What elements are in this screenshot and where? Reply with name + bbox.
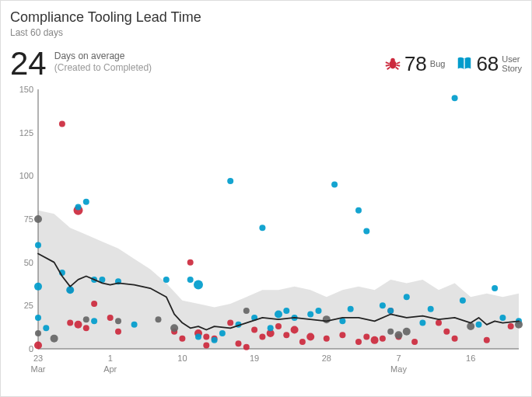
svg-point-37 xyxy=(115,329,121,335)
svg-point-36 xyxy=(107,315,114,321)
svg-point-72 xyxy=(35,315,41,321)
svg-point-111 xyxy=(476,322,482,328)
average-line2: (Created to Completed) xyxy=(54,62,152,75)
book-icon xyxy=(456,55,473,72)
svg-point-115 xyxy=(34,215,42,223)
svg-point-53 xyxy=(291,326,299,333)
svg-point-64 xyxy=(411,339,418,345)
svg-point-124 xyxy=(387,329,394,335)
svg-point-102 xyxy=(355,207,362,214)
svg-point-104 xyxy=(380,302,386,308)
legend: 78 Bug 68 User Story xyxy=(384,54,522,74)
svg-point-76 xyxy=(75,204,82,210)
svg-text:0: 0 xyxy=(29,344,33,353)
svg-point-1 xyxy=(390,57,395,62)
svg-point-122 xyxy=(243,308,250,314)
svg-point-43 xyxy=(203,342,209,348)
svg-text:23: 23 xyxy=(33,353,43,363)
svg-point-56 xyxy=(324,335,330,341)
svg-point-106 xyxy=(404,294,410,300)
svg-line-3 xyxy=(396,62,400,64)
svg-point-108 xyxy=(428,306,434,312)
svg-point-98 xyxy=(316,308,322,314)
svg-point-89 xyxy=(227,178,233,184)
svg-point-116 xyxy=(35,330,41,336)
svg-point-107 xyxy=(419,319,425,326)
svg-point-77 xyxy=(83,199,89,205)
svg-point-52 xyxy=(283,332,289,338)
svg-point-58 xyxy=(355,339,362,345)
svg-text:7: 7 xyxy=(396,353,401,363)
svg-point-110 xyxy=(460,297,466,303)
svg-point-95 xyxy=(283,308,289,314)
svg-text:125: 125 xyxy=(19,127,33,137)
svg-point-86 xyxy=(195,333,201,340)
svg-point-93 xyxy=(268,325,274,331)
svg-point-123 xyxy=(323,315,331,323)
svg-point-120 xyxy=(156,316,162,322)
svg-point-49 xyxy=(259,333,265,340)
svg-point-84 xyxy=(187,277,194,283)
svg-text:150: 150 xyxy=(19,85,33,94)
svg-point-126 xyxy=(403,328,411,336)
svg-point-87 xyxy=(212,337,218,343)
svg-point-75 xyxy=(66,286,74,294)
svg-text:1: 1 xyxy=(108,353,113,363)
svg-point-65 xyxy=(436,319,442,326)
svg-point-82 xyxy=(131,322,138,328)
svg-point-66 xyxy=(443,329,450,335)
svg-text:10: 10 xyxy=(177,353,187,363)
svg-point-121 xyxy=(170,324,178,332)
svg-text:19: 19 xyxy=(250,353,259,363)
legend-bug-label: Bug xyxy=(430,59,446,68)
legend-story: 68 User Story xyxy=(456,54,522,74)
svg-point-28 xyxy=(34,341,42,349)
svg-text:Mar: Mar xyxy=(31,364,46,374)
svg-point-127 xyxy=(467,322,474,330)
svg-text:50: 50 xyxy=(24,257,33,266)
svg-point-68 xyxy=(484,337,490,343)
svg-point-31 xyxy=(67,319,73,326)
lead-time-chart: 025507510012515023Mar1Apr1019287May16 xyxy=(10,85,523,380)
svg-point-55 xyxy=(306,333,314,340)
legend-bug-count: 78 xyxy=(404,54,427,74)
summary-row: 24 Days on average (Created to Completed… xyxy=(10,47,522,80)
svg-point-88 xyxy=(219,330,226,336)
bug-icon xyxy=(384,55,401,72)
svg-line-5 xyxy=(396,65,400,66)
average-value: 24 xyxy=(10,47,47,80)
svg-point-61 xyxy=(380,335,386,341)
svg-point-103 xyxy=(363,228,369,234)
svg-point-70 xyxy=(35,242,41,248)
svg-point-105 xyxy=(387,308,394,314)
svg-point-118 xyxy=(83,316,89,322)
svg-point-40 xyxy=(187,259,194,265)
svg-point-113 xyxy=(499,315,506,321)
svg-point-109 xyxy=(452,95,458,101)
svg-text:Apr: Apr xyxy=(103,364,117,374)
svg-point-54 xyxy=(299,339,306,345)
average-line1: Days on average xyxy=(54,50,152,63)
svg-line-4 xyxy=(386,65,390,66)
svg-text:28: 28 xyxy=(322,353,331,363)
svg-point-94 xyxy=(275,310,282,318)
svg-point-83 xyxy=(163,277,170,283)
widget-subtitle: Last 60 days xyxy=(10,27,522,38)
svg-point-69 xyxy=(508,323,514,329)
svg-point-119 xyxy=(115,318,121,324)
svg-point-35 xyxy=(91,301,97,307)
svg-text:May: May xyxy=(390,364,407,374)
average-labels: Days on average (Created to Completed) xyxy=(54,50,152,75)
svg-text:75: 75 xyxy=(24,214,33,224)
lead-time-widget: { "title": "Compliance Tooling Lead Time… xyxy=(0,0,532,397)
svg-point-71 xyxy=(34,283,42,291)
svg-point-92 xyxy=(259,225,265,231)
svg-text:25: 25 xyxy=(24,301,33,310)
svg-point-60 xyxy=(371,336,379,344)
svg-point-47 xyxy=(243,344,250,350)
svg-point-57 xyxy=(339,332,345,338)
average-block: 24 Days on average (Created to Completed… xyxy=(10,47,152,80)
svg-point-39 xyxy=(179,335,185,341)
svg-point-79 xyxy=(91,318,97,324)
svg-point-48 xyxy=(251,326,257,333)
